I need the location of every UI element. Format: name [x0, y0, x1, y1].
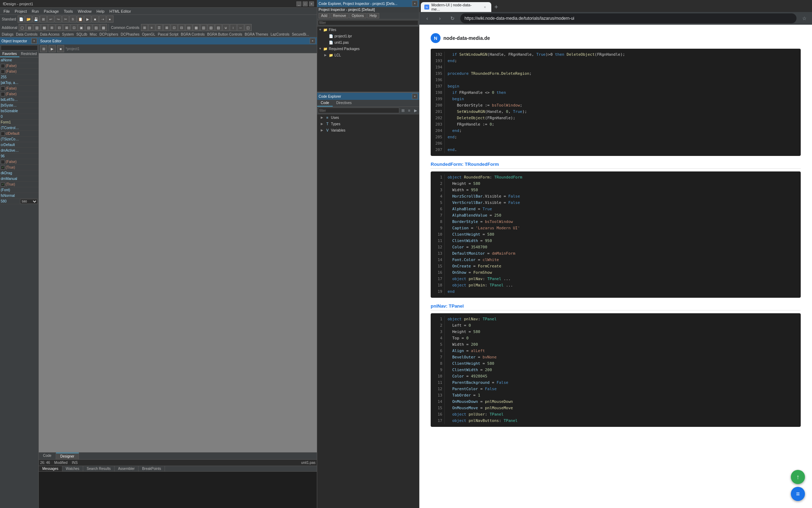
tb-paste[interactable]: 📋	[77, 16, 84, 23]
tb-add-4[interactable]: ▦	[41, 24, 48, 31]
tb-cc-2[interactable]: ≡	[148, 24, 155, 31]
tb-save[interactable]: 💾	[32, 16, 39, 23]
tb-add-1[interactable]: ▢	[19, 24, 26, 31]
tb-add-5[interactable]: ⊞	[48, 24, 55, 31]
tb-copy[interactable]: ⎘	[69, 16, 76, 23]
btn-remove[interactable]: Remove	[331, 13, 349, 18]
browser-tab-close[interactable]: ×	[482, 4, 488, 10]
browser-back-button[interactable]: ‹	[422, 13, 432, 23]
tb-cc-12[interactable]: ⊌	[222, 24, 229, 31]
tb-stop[interactable]: ■	[92, 16, 99, 23]
msg-tab-search-results[interactable]: Search Results	[83, 466, 115, 471]
menu-tools[interactable]: Tools	[62, 9, 75, 14]
tb-toggle-breakpoint[interactable]: ●	[106, 16, 113, 23]
checkbox-false4[interactable]	[1, 92, 5, 96]
tree-item-unit1pas[interactable]: 📄 unit1.pas	[317, 39, 419, 46]
code-tree-item-types[interactable]: ▶ T Types	[317, 121, 419, 127]
checkbox-false1[interactable]	[1, 64, 5, 68]
tb-cut[interactable]: ✂	[62, 16, 69, 23]
code-tree-item-variables[interactable]: ▶ V Variables	[317, 127, 419, 133]
tab-designer[interactable]: Designer	[56, 453, 79, 459]
menu-package[interactable]: Package	[42, 9, 61, 14]
tb-cc-10[interactable]: ▧	[208, 24, 215, 31]
ce-btn-2[interactable]: ≡	[406, 108, 412, 113]
tab-restricted[interactable]: Restricted	[19, 51, 39, 57]
new-tab-button[interactable]: +	[491, 2, 501, 12]
ce-btn-1[interactable]: ⊞	[400, 108, 406, 113]
tb-cc-8[interactable]: ▦	[193, 24, 200, 31]
source-editor-close[interactable]: ×	[310, 38, 315, 44]
tb-add-10[interactable]: ▧	[85, 24, 92, 31]
tab-code[interactable]: Code	[39, 453, 56, 459]
browser-bookmark-button[interactable]: ☆	[799, 13, 809, 23]
menu-project[interactable]: Project	[13, 9, 29, 14]
code-explorer-close[interactable]: ×	[412, 93, 418, 99]
tb-cc-15[interactable]: ◫	[245, 24, 252, 31]
tb-add-7[interactable]: ⊠	[63, 24, 70, 31]
close-window-button[interactable]: ×	[309, 1, 314, 6]
tb-undo[interactable]: ↩	[47, 16, 54, 23]
minimize-button[interactable]: _	[296, 1, 301, 6]
tb-add-12[interactable]: ▩	[100, 24, 107, 31]
tb-step[interactable]: ⇢	[99, 16, 106, 23]
maximize-button[interactable]: □	[303, 1, 308, 6]
tb-redo[interactable]: ↪	[55, 16, 62, 23]
tree-item-files[interactable]: ▼ 📁 Files	[317, 26, 419, 33]
checkbox-true2[interactable]: ✓	[1, 182, 5, 187]
project-inspector-filter[interactable]	[318, 20, 418, 25]
object-inspector-search-input[interactable]	[1, 45, 38, 50]
tb-cc-11[interactable]: ▨	[215, 24, 222, 31]
ce-tab-code[interactable]: Code	[317, 100, 333, 107]
checkbox-cldefault[interactable]	[1, 132, 5, 136]
code-explorer-filter[interactable]	[318, 108, 399, 113]
tb-cc-9[interactable]: ▥	[200, 24, 207, 31]
checkbox-false3[interactable]	[1, 86, 5, 91]
msg-tab-assembler[interactable]: Assembler	[115, 466, 139, 471]
tb-cc-7[interactable]: ▤	[185, 24, 192, 31]
msg-tab-breakpoints[interactable]: BreakPoints	[139, 466, 165, 471]
tb-add-6[interactable]: ⊟	[56, 24, 63, 31]
tb-cc-4[interactable]: ⊠	[163, 24, 170, 31]
btn-add[interactable]: Add	[319, 13, 330, 18]
tb-add-2[interactable]: ▤	[26, 24, 33, 31]
menu-help[interactable]: Help	[94, 9, 107, 14]
tree-item-required-packages[interactable]: ▼ 📁 Required Packages	[317, 46, 419, 52]
browser-url-bar[interactable]	[460, 13, 796, 23]
se-btn-2[interactable]: ▶	[49, 45, 56, 52]
checkbox-false5[interactable]	[1, 160, 5, 164]
tb-cc-5[interactable]: ⊡	[171, 24, 178, 31]
menu-html-editor[interactable]: HTML Editor	[107, 9, 133, 14]
tb-cc-13[interactable]: ↕	[230, 24, 237, 31]
tb-run[interactable]: ▶	[84, 16, 91, 23]
tb-add-11[interactable]: ▨	[93, 24, 100, 31]
object-inspector-close[interactable]: ×	[31, 38, 37, 44]
tb-cc-3[interactable]: ☰	[156, 24, 163, 31]
browser-forward-button[interactable]: ›	[435, 13, 445, 23]
tb-add-9[interactable]: ▣	[78, 24, 85, 31]
tb-cc-6[interactable]: ⊟	[178, 24, 185, 31]
browser-tab-active[interactable]: N Modern-UI | node-data-me... ×	[421, 2, 491, 12]
fab-menu-button[interactable]: ≡	[791, 487, 805, 501]
menu-file[interactable]: File	[1, 9, 12, 14]
btn-help[interactable]: Help	[367, 13, 380, 18]
tb-cc-14[interactable]: ↔	[237, 24, 244, 31]
tb-save-all[interactable]: ⊞	[40, 16, 47, 23]
checkbox-false2[interactable]	[1, 69, 5, 74]
fab-up-button[interactable]: ↑	[791, 470, 805, 484]
tb-cc-1[interactable]: ⊞	[141, 24, 148, 31]
tb-add-8[interactable]: ⊡	[70, 24, 78, 31]
se-btn-1[interactable]: ⊞	[40, 45, 47, 52]
se-btn-3[interactable]: ■	[57, 45, 64, 52]
tb-new[interactable]: 📄	[18, 16, 25, 23]
prop-height-dropdown[interactable]: 580	[20, 199, 38, 204]
tb-add-3[interactable]: ▥	[33, 24, 41, 31]
browser-refresh-button[interactable]: ↻	[448, 13, 457, 23]
ce-tab-directives[interactable]: Directives	[333, 100, 355, 107]
tab-favorites[interactable]: Favorites	[0, 51, 19, 57]
tree-item-lcl[interactable]: ▶ 📁 LCL	[317, 52, 419, 58]
menu-run[interactable]: Run	[30, 9, 41, 14]
menu-window[interactable]: Window	[76, 9, 94, 14]
project-inspector-close[interactable]: ×	[412, 1, 418, 6]
msg-tab-watches[interactable]: Watches	[62, 466, 84, 471]
btn-options[interactable]: Options	[349, 13, 366, 18]
